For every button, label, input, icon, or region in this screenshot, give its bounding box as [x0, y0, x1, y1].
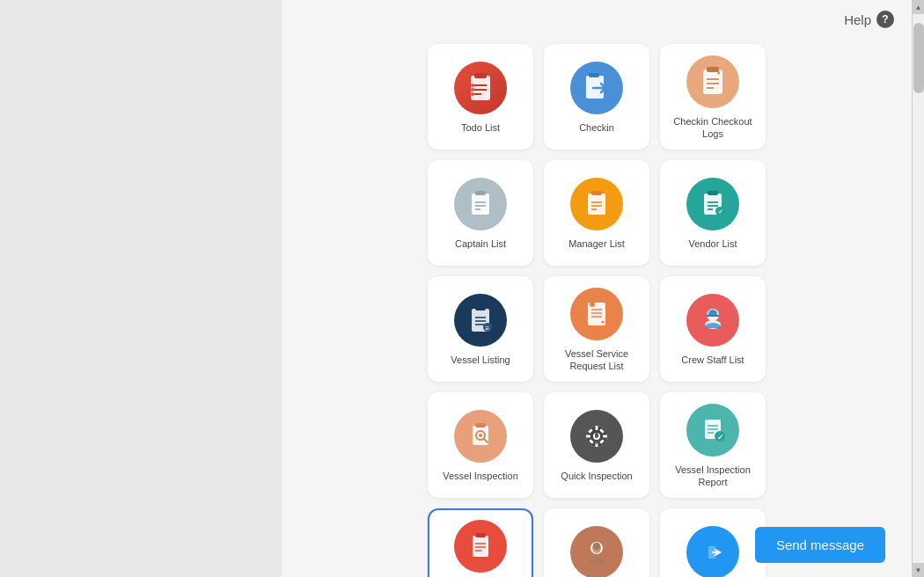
grid-item-vessel-detail-report[interactable]: Vessel Inspection Detail Report: [428, 508, 533, 577]
todo-list-label: Todo List: [461, 121, 500, 134]
manager-list-icon: [570, 178, 623, 230]
svg-rect-57: [586, 435, 590, 437]
svg-rect-27: [708, 191, 718, 195]
captain-list-icon: [454, 178, 507, 230]
svg-rect-34: [475, 306, 486, 310]
grid-item-my-profile[interactable]: My Profile: [544, 508, 649, 577]
scroll-up-arrow[interactable]: ▲: [913, 0, 925, 14]
svg-point-7: [471, 92, 474, 96]
svg-rect-16: [472, 194, 489, 215]
svg-point-6: [471, 88, 474, 91]
crew-staff-label: Crew Staff List: [681, 354, 744, 366]
svg-rect-46: [707, 315, 719, 317]
scroll-track[interactable]: [913, 14, 924, 563]
vessel-report-icon: ✓: [686, 404, 739, 456]
vessel-inspection-icon: [454, 410, 507, 463]
manager-list-label: Manager List: [568, 237, 625, 250]
quick-inspection-icon: [570, 410, 623, 463]
svg-text:✕: ✕: [716, 70, 721, 76]
send-message-button[interactable]: Send message: [755, 527, 885, 563]
help-icon[interactable]: ?: [876, 11, 894, 28]
grid-item-crew-staff[interactable]: Crew Staff List: [660, 276, 766, 382]
vessel-service-icon: [570, 288, 623, 340]
vessel-inspection-label: Vessel Inspection: [443, 470, 518, 482]
crew-staff-icon: [686, 294, 739, 347]
svg-rect-58: [603, 435, 607, 437]
todo-list-icon: [454, 62, 507, 114]
svg-rect-71: [473, 536, 488, 557]
svg-text:✓: ✓: [717, 432, 724, 441]
svg-rect-72: [475, 533, 486, 537]
svg-rect-63: [595, 433, 598, 438]
svg-rect-9: [589, 73, 599, 77]
vendor-list-icon: ✓: [686, 178, 739, 230]
my-profile-icon: [570, 526, 623, 577]
checkin-logs-label: Checkin Checkout Logs: [669, 115, 757, 141]
vessel-listing-icon: ≡: [454, 294, 507, 347]
svg-rect-22: [591, 191, 602, 195]
quick-inspection-label: Quick Inspection: [561, 470, 632, 482]
svg-rect-55: [596, 426, 598, 430]
vessel-listing-label: Vessel Listing: [451, 354, 510, 366]
main-panel: Help ? Todo List: [282, 0, 912, 577]
svg-point-78: [593, 543, 600, 550]
svg-rect-0: [471, 76, 490, 100]
svg-text:✓: ✓: [718, 208, 723, 215]
captain-list-label: Captain List: [455, 237, 506, 250]
grid-item-manager-list[interactable]: Manager List: [544, 160, 649, 266]
logout-icon: [686, 526, 739, 577]
grid-item-logout[interactable]: Logout: [660, 508, 766, 577]
grid-item-vessel-report[interactable]: ✓ Vessel Inspection Report: [660, 392, 766, 498]
grid-item-vessel-service[interactable]: Vessel Service Request List: [544, 276, 649, 382]
grid-item-todo-list[interactable]: Todo List: [428, 44, 533, 150]
svg-point-44: [590, 302, 595, 307]
app-grid: Todo List Checkin: [282, 35, 912, 577]
checkin-label: Checkin: [579, 121, 614, 134]
vendor-list-label: Vendor List: [688, 237, 737, 250]
checkin-icon: [570, 62, 623, 114]
vessel-report-label: Vessel Inspection Report: [669, 464, 757, 489]
grid-item-vendor-list[interactable]: ✓ Vendor List: [660, 160, 766, 266]
grid-item-captain-list[interactable]: Captain List: [428, 160, 533, 266]
svg-rect-49: [475, 423, 486, 427]
help-bar: Help ?: [282, 0, 912, 35]
grid-item-vessel-inspection[interactable]: Vessel Inspection: [428, 392, 533, 498]
svg-point-5: [471, 84, 474, 87]
vessel-detail-icon: [454, 520, 507, 573]
svg-rect-21: [588, 194, 605, 215]
svg-point-51: [479, 434, 482, 437]
scroll-thumb[interactable]: [913, 23, 924, 93]
svg-rect-17: [475, 191, 486, 195]
grid-item-vessel-listing[interactable]: ≡ Vessel Listing: [428, 276, 533, 382]
grid-item-checkin[interactable]: Checkin: [544, 44, 649, 150]
vessel-service-label: Vessel Service Request List: [553, 347, 641, 373]
checkin-logs-icon: ✕: [686, 55, 739, 108]
help-label: Help: [844, 12, 871, 27]
scrollbar[interactable]: ▲ ▼: [912, 0, 924, 577]
scroll-down-arrow[interactable]: ▼: [913, 563, 925, 577]
svg-text:≡: ≡: [486, 324, 490, 332]
svg-rect-1: [474, 73, 487, 78]
grid-item-quick-inspection[interactable]: Quick Inspection: [544, 392, 649, 498]
grid-item-checkin-logs[interactable]: ✕ Checkin Checkout Logs: [660, 44, 766, 150]
